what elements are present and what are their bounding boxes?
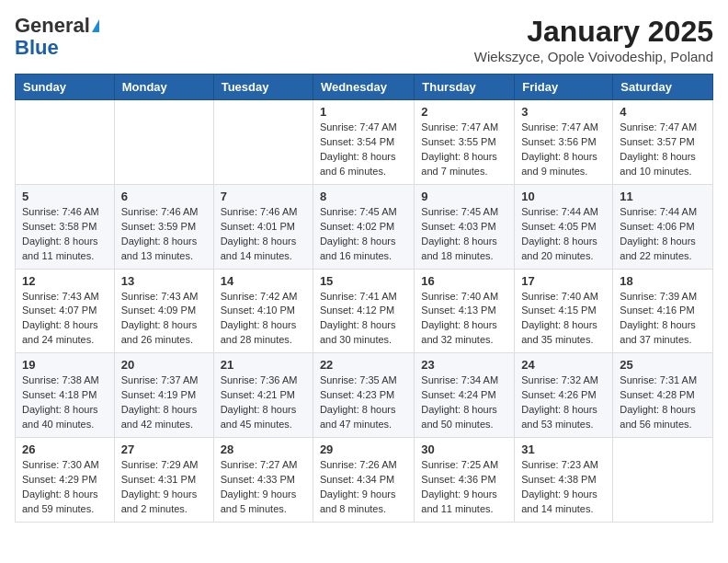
day-number: 8 (320, 190, 407, 203)
day-number: 27 (121, 442, 207, 456)
day-number: 30 (421, 442, 507, 456)
calendar-cell: 15Sunrise: 7:41 AMSunset: 4:12 PMDayligh… (313, 269, 414, 353)
day-info: Sunrise: 7:35 AMSunset: 4:23 PMDaylight:… (320, 373, 407, 432)
day-info: Sunrise: 7:44 AMSunset: 4:05 PMDaylight:… (521, 205, 606, 264)
day-info-line: Daylight: 9 hours and 5 minutes. (221, 488, 297, 514)
day-info: Sunrise: 7:30 AMSunset: 4:29 PMDaylight:… (22, 458, 108, 517)
day-info-line: Sunrise: 7:31 AM (620, 374, 697, 385)
calendar-cell: 30Sunrise: 7:25 AMSunset: 4:36 PMDayligh… (415, 438, 515, 523)
calendar-cell: 14Sunrise: 7:42 AMSunset: 4:10 PMDayligh… (213, 269, 313, 353)
month-title: January 2025 (474, 15, 713, 49)
day-number: 25 (620, 358, 706, 372)
day-info: Sunrise: 7:44 AMSunset: 4:06 PMDaylight:… (620, 205, 706, 264)
calendar-cell (16, 100, 115, 185)
day-info: Sunrise: 7:39 AMSunset: 4:16 PMDaylight:… (620, 290, 706, 349)
calendar-cell: 23Sunrise: 7:34 AMSunset: 4:24 PMDayligh… (415, 353, 515, 438)
calendar-cell: 19Sunrise: 7:38 AMSunset: 4:18 PMDayligh… (16, 353, 115, 438)
day-info-line: Daylight: 8 hours and 47 minutes. (320, 404, 396, 430)
calendar-week-row: 5Sunrise: 7:46 AMSunset: 3:58 PMDaylight… (16, 184, 713, 269)
day-info: Sunrise: 7:29 AMSunset: 4:31 PMDaylight:… (121, 458, 207, 517)
day-number: 22 (320, 358, 407, 372)
day-info-line: Daylight: 8 hours and 53 minutes. (521, 404, 597, 430)
location-subtitle: Wiekszyce, Opole Voivodeship, Poland (474, 49, 713, 64)
day-info-line: Sunrise: 7:23 AM (521, 459, 598, 470)
calendar-week-row: 19Sunrise: 7:38 AMSunset: 4:18 PMDayligh… (16, 353, 713, 438)
day-info-line: Sunset: 4:10 PM (221, 304, 295, 316)
calendar-table: SundayMondayTuesdayWednesdayThursdayFrid… (15, 74, 713, 523)
day-info-line: Sunset: 4:26 PM (521, 389, 596, 400)
day-info-line: Daylight: 8 hours and 11 minutes. (22, 236, 98, 261)
calendar-cell: 7Sunrise: 7:46 AMSunset: 4:01 PMDaylight… (213, 184, 313, 269)
calendar-cell: 6Sunrise: 7:46 AMSunset: 3:59 PMDaylight… (114, 184, 213, 269)
calendar-cell: 29Sunrise: 7:26 AMSunset: 4:34 PMDayligh… (313, 438, 414, 523)
day-info-line: Sunset: 4:33 PM (221, 474, 295, 485)
calendar-cell: 18Sunrise: 7:39 AMSunset: 4:16 PMDayligh… (613, 269, 713, 353)
calendar-cell: 20Sunrise: 7:37 AMSunset: 4:19 PMDayligh… (114, 353, 213, 438)
day-number: 26 (22, 442, 108, 456)
day-info-line: Sunrise: 7:34 AM (421, 374, 498, 385)
day-info: Sunrise: 7:42 AMSunset: 4:10 PMDaylight:… (221, 290, 306, 349)
day-info-line: Daylight: 8 hours and 20 minutes. (521, 236, 597, 261)
day-info-line: Sunrise: 7:29 AM (121, 459, 199, 470)
day-of-week-header: Wednesday (313, 75, 414, 100)
calendar-cell (114, 100, 213, 185)
day-info-line: Daylight: 8 hours and 37 minutes. (620, 319, 696, 345)
day-info: Sunrise: 7:43 AMSunset: 4:09 PMDaylight:… (121, 290, 207, 349)
calendar-cell: 3Sunrise: 7:47 AMSunset: 3:56 PMDaylight… (515, 100, 613, 185)
day-info-line: Sunrise: 7:42 AM (221, 291, 298, 302)
calendar-cell: 2Sunrise: 7:47 AMSunset: 3:55 PMDaylight… (415, 100, 515, 185)
day-info: Sunrise: 7:43 AMSunset: 4:07 PMDaylight:… (22, 290, 108, 349)
day-info: Sunrise: 7:26 AMSunset: 4:34 PMDaylight:… (320, 458, 407, 517)
day-of-week-header: Sunday (16, 75, 115, 100)
day-number: 2 (421, 105, 507, 119)
day-info-line: Sunset: 3:58 PM (22, 221, 97, 232)
day-info-line: Sunrise: 7:30 AM (22, 459, 99, 470)
day-number: 14 (221, 274, 306, 288)
day-number: 16 (421, 274, 507, 288)
day-number: 24 (521, 358, 606, 372)
day-info-line: Sunrise: 7:45 AM (320, 206, 397, 217)
day-info-line: Daylight: 9 hours and 11 minutes. (421, 488, 497, 514)
day-info-line: Sunrise: 7:47 AM (421, 121, 498, 132)
calendar-cell: 21Sunrise: 7:36 AMSunset: 4:21 PMDayligh… (213, 353, 313, 438)
day-info-line: Sunset: 4:05 PM (521, 221, 596, 232)
day-number: 31 (521, 442, 606, 456)
day-info-line: Sunset: 4:18 PM (22, 389, 97, 400)
day-info: Sunrise: 7:46 AMSunset: 3:58 PMDaylight:… (22, 205, 108, 264)
day-info-line: Sunset: 4:16 PM (620, 304, 694, 316)
day-info-line: Sunrise: 7:47 AM (320, 121, 397, 132)
calendar-cell: 22Sunrise: 7:35 AMSunset: 4:23 PMDayligh… (313, 353, 414, 438)
day-of-week-header: Thursday (415, 75, 515, 100)
day-number: 17 (521, 274, 606, 288)
logo-general: General (15, 15, 90, 37)
calendar-week-row: 1Sunrise: 7:47 AMSunset: 3:54 PMDaylight… (16, 100, 713, 185)
title-area: January 2025 Wiekszyce, Opole Voivodeshi… (474, 15, 713, 64)
day-number: 9 (421, 190, 507, 203)
calendar-cell: 5Sunrise: 7:46 AMSunset: 3:58 PMDaylight… (16, 184, 115, 269)
day-info-line: Sunrise: 7:44 AM (620, 206, 697, 217)
calendar-cell: 13Sunrise: 7:43 AMSunset: 4:09 PMDayligh… (114, 269, 213, 353)
calendar-header-row: SundayMondayTuesdayWednesdayThursdayFrid… (16, 75, 713, 100)
day-info-line: Sunrise: 7:35 AM (320, 374, 397, 385)
calendar-cell: 4Sunrise: 7:47 AMSunset: 3:57 PMDaylight… (613, 100, 713, 185)
day-info-line: Sunrise: 7:37 AM (121, 374, 199, 385)
day-info: Sunrise: 7:47 AMSunset: 3:57 PMDaylight:… (620, 121, 706, 179)
calendar-cell (613, 438, 713, 523)
day-info-line: Sunrise: 7:39 AM (620, 291, 697, 302)
day-number: 18 (620, 274, 706, 288)
day-info-line: Daylight: 8 hours and 7 minutes. (421, 151, 497, 177)
day-info: Sunrise: 7:32 AMSunset: 4:26 PMDaylight:… (521, 373, 606, 432)
day-number: 19 (22, 358, 108, 372)
day-info: Sunrise: 7:38 AMSunset: 4:18 PMDaylight:… (22, 373, 108, 432)
day-info: Sunrise: 7:34 AMSunset: 4:24 PMDaylight:… (421, 373, 507, 432)
day-info-line: Daylight: 9 hours and 8 minutes. (320, 488, 396, 514)
day-number: 15 (320, 274, 407, 288)
day-info: Sunrise: 7:31 AMSunset: 4:28 PMDaylight:… (620, 373, 706, 432)
logo-blue: Blue (15, 37, 59, 59)
day-number: 28 (221, 442, 306, 456)
day-of-week-header: Tuesday (213, 75, 313, 100)
day-info-line: Sunrise: 7:25 AM (421, 459, 498, 470)
day-info-line: Sunrise: 7:46 AM (22, 206, 99, 217)
day-number: 6 (121, 190, 207, 203)
day-info-line: Daylight: 8 hours and 40 minutes. (22, 404, 98, 430)
